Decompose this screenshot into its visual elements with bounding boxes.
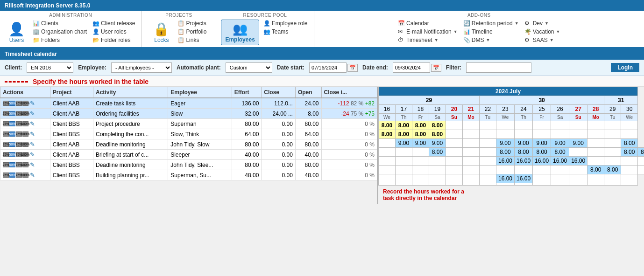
cal-cell-r1-c7[interactable] (496, 130, 515, 139)
ribbon-locks-button[interactable]: 🔒 Locks (149, 20, 173, 45)
ribbon-employees-button[interactable]: 👥 Employees (221, 20, 259, 45)
cal-cell-r3-c5[interactable] (463, 148, 480, 157)
cal-cell-r5-c10[interactable] (551, 166, 569, 174)
cal-cell-r2-c1[interactable]: 9.00 (396, 139, 412, 148)
cal-cell-r2-c10[interactable]: 9.00 (551, 139, 569, 148)
action-100-btn[interactable]: 100% (22, 131, 28, 137)
cal-cell-r6-c4[interactable] (446, 174, 463, 183)
filter-input[interactable] (466, 62, 531, 73)
cal-cell-r4-c5[interactable] (463, 157, 480, 166)
cal-cell-r7-c8[interactable] (515, 183, 533, 186)
cal-cell-r5-c9[interactable] (533, 166, 551, 174)
cal-cell-r4-c12[interactable] (587, 157, 604, 166)
email-notif-item[interactable]: ✉ E-mail Notification ▼ (396, 28, 459, 35)
cal-cell-r3-c10[interactable]: 8.00 (551, 148, 569, 157)
date-end-calendar-btn[interactable]: 📅 (431, 64, 441, 72)
cal-cell-r3-c6[interactable] (480, 148, 496, 157)
action-25-btn[interactable]: 25% (3, 101, 9, 106)
cal-cell-r6-c12[interactable] (587, 174, 604, 183)
cal-cell-r0-c11[interactable] (569, 121, 587, 130)
edit-icon[interactable]: ✎ (30, 161, 35, 168)
action-25-btn[interactable]: 25% (3, 131, 9, 137)
auto-plant-select[interactable]: Custom (226, 62, 272, 73)
cal-cell-r2-c9[interactable]: 9.00 (533, 139, 551, 148)
cal-cell-r2-c2[interactable]: 9.00 (412, 139, 429, 148)
cal-cell-r5-c12[interactable]: 8.00 (587, 166, 604, 174)
projects-item[interactable]: 📋 Projects (176, 20, 208, 27)
action-50-btn[interactable]: 50% (9, 121, 15, 126)
cal-cell-r7-c10[interactable] (551, 183, 569, 186)
links-item[interactable]: 📋 Links (176, 36, 208, 44)
vacation-item[interactable]: 🌴 Vacation ▼ (523, 28, 562, 35)
cal-cell-r0-c9[interactable] (533, 121, 551, 130)
cal-cell-r7-c0[interactable] (379, 183, 396, 186)
cal-cell-r7-c14[interactable] (621, 183, 638, 186)
cal-cell-r6-c10[interactable] (551, 174, 569, 183)
action-50-btn[interactable]: 50% (9, 162, 15, 167)
date-start-input[interactable] (309, 62, 347, 73)
cal-cell-r5-c5[interactable] (463, 166, 480, 174)
action-100-btn[interactable]: 100% (22, 152, 28, 157)
action-100-btn[interactable]: 100% (22, 172, 28, 178)
action-50-btn[interactable]: 50% (9, 152, 15, 157)
cal-cell-r1-c4[interactable] (446, 130, 463, 139)
cal-cell-r1-c5[interactable] (463, 130, 480, 139)
timeline-item[interactable]: 📊 Timeline (462, 28, 520, 35)
ribbon-users-button[interactable]: 👤 Users (5, 20, 28, 45)
cal-cell-r7-c4[interactable] (446, 183, 463, 186)
folder-roles-item[interactable]: 📂 Folder roles (91, 36, 136, 44)
cal-cell-r4-c0[interactable] (379, 157, 396, 166)
edit-icon[interactable]: ✎ (30, 141, 35, 148)
cal-cell-r7-c3[interactable] (429, 183, 446, 186)
cal-cell-r6-c9[interactable] (533, 174, 551, 183)
cal-cell-r3-c0[interactable] (379, 148, 396, 157)
cal-cell-r0-c8[interactable] (515, 121, 533, 130)
action-100-btn[interactable]: 100% (22, 162, 28, 167)
cal-cell-r5-c6[interactable] (480, 166, 496, 174)
action-25-btn[interactable]: 25% (3, 172, 9, 178)
timesheet-item[interactable]: ⏱ Timesheet ▼ (396, 36, 459, 44)
cal-cell-r2-c14[interactable]: 8.00 (621, 139, 638, 148)
cal-cell-r4-c3[interactable] (429, 157, 446, 166)
folders-item[interactable]: 📁 Folders (31, 36, 88, 44)
cal-cell-r0-c13[interactable] (604, 121, 621, 130)
action-25-btn[interactable]: 25% (3, 162, 9, 167)
cal-cell-r2-c11[interactable]: 9.00 (569, 139, 587, 148)
client-release-item[interactable]: 👥 Client release (91, 20, 136, 27)
date-end-input[interactable] (393, 62, 430, 73)
cal-cell-r1-c2[interactable]: 8.00 (412, 130, 429, 139)
cal-cell-r1-c11[interactable] (569, 130, 587, 139)
action-100-btn[interactable]: 100% (22, 121, 28, 126)
cal-cell-r3-c7[interactable]: 8.00 (496, 148, 515, 157)
saas-item[interactable]: ⚙ SAAS ▼ (523, 36, 562, 44)
cal-cell-r4-c10[interactable]: 16.00 (551, 157, 569, 166)
cal-cell-r3-c15[interactable]: 8.00 (638, 148, 644, 157)
cal-cell-r6-c8[interactable]: 16.00 (515, 174, 533, 183)
cal-cell-r0-c4[interactable] (446, 121, 463, 130)
action-25-btn[interactable]: 25% (3, 142, 9, 147)
cal-cell-r1-c14[interactable] (621, 130, 638, 139)
cal-cell-r0-c6[interactable] (480, 121, 496, 130)
cal-cell-r5-c4[interactable] (446, 166, 463, 174)
client-select[interactable]: EN 2016 (27, 62, 73, 73)
employee-role-item[interactable]: 👤 Employee role (262, 20, 309, 27)
cal-cell-r7-c11[interactable] (569, 183, 587, 186)
cal-cell-r6-c2[interactable] (412, 174, 429, 183)
action-50-btn[interactable]: 50% (9, 172, 15, 178)
cal-cell-r3-c8[interactable]: 8.00 (515, 148, 533, 157)
cal-cell-r4-c1[interactable] (396, 157, 412, 166)
cal-cell-r1-c1[interactable]: 8.00 (396, 130, 412, 139)
teams-item[interactable]: 👥 Teams (262, 28, 309, 35)
cal-cell-r7-c12[interactable] (587, 183, 604, 186)
cal-cell-r4-c7[interactable]: 16.00 (496, 157, 515, 166)
cal-cell-r1-c6[interactable] (480, 130, 496, 139)
cal-cell-r7-c1[interactable] (396, 183, 412, 186)
cal-cell-r4-c15[interactable] (638, 157, 644, 166)
cal-cell-r5-c0[interactable] (379, 166, 396, 174)
cal-cell-r6-c11[interactable] (569, 174, 587, 183)
cal-cell-r5-c11[interactable] (569, 166, 587, 174)
cal-cell-r4-c6[interactable] (480, 157, 496, 166)
action-50-btn[interactable]: 50% (9, 111, 15, 116)
dev-item[interactable]: ⚙ Dev ▼ (523, 20, 562, 27)
cal-cell-r7-c2[interactable] (412, 183, 429, 186)
